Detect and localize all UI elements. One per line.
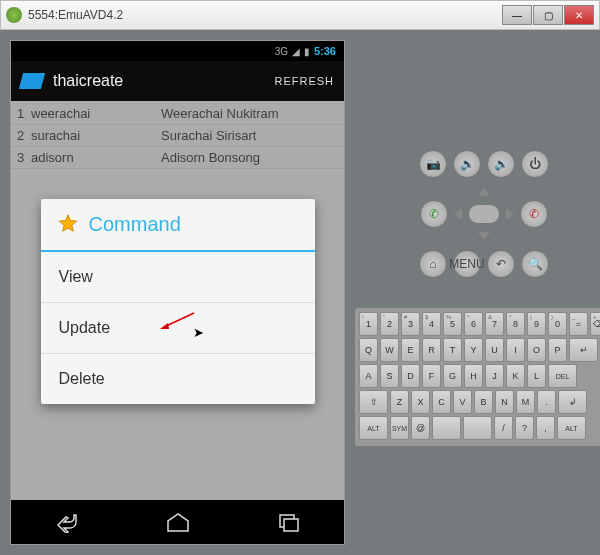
hw-volume-down-button[interactable]: 🔉 (453, 150, 481, 178)
hw-keyboard: !1"2#3$4%5^6&7*8(9)0_=+⌫ QWERTYUIOP↵ ASD… (355, 308, 600, 446)
key-U[interactable]: U (485, 338, 504, 362)
key-E[interactable]: E (401, 338, 420, 362)
app-logo-icon (19, 73, 45, 89)
dpad (454, 184, 514, 244)
key-L[interactable]: L (527, 364, 546, 388)
svg-rect-3 (284, 519, 298, 531)
hw-end-call-button[interactable]: ✆ (520, 200, 548, 228)
dpad-down-button[interactable] (478, 232, 490, 240)
key-0[interactable]: )0 (548, 312, 567, 336)
list-area: 1 weerachai Weerachai Nukitram 2 suracha… (11, 101, 344, 501)
signal-icon: ◢ (292, 46, 300, 57)
pointer-arrow-icon (156, 311, 196, 331)
key-5[interactable]: %5 (443, 312, 462, 336)
key-↵[interactable]: ↵ (569, 338, 598, 362)
key-H[interactable]: H (464, 364, 483, 388)
key-6[interactable]: ^6 (464, 312, 483, 336)
hw-search-button[interactable]: 🔍 (521, 250, 549, 278)
key-7[interactable]: &7 (485, 312, 504, 336)
key-B[interactable]: B (474, 390, 493, 414)
key-@[interactable]: @ (411, 416, 430, 440)
key-3[interactable]: #3 (401, 312, 420, 336)
key-I[interactable]: I (506, 338, 525, 362)
key-K[interactable]: K (506, 364, 525, 388)
key-/[interactable]: / (494, 416, 513, 440)
hw-camera-button[interactable]: 📷 (419, 150, 447, 178)
key-N[interactable]: N (495, 390, 514, 414)
key-G[interactable]: G (443, 364, 462, 388)
dpad-center-button[interactable] (468, 204, 500, 224)
key-⇧[interactable]: ⇧ (359, 390, 388, 414)
star-icon (57, 213, 79, 235)
key-J[interactable]: J (485, 364, 504, 388)
key-?[interactable]: ? (515, 416, 534, 440)
hw-back-button[interactable]: ↶ (487, 250, 515, 278)
key-space[interactable] (463, 416, 492, 440)
key-S[interactable]: S (380, 364, 399, 388)
key-ALT[interactable]: ALT (557, 416, 586, 440)
refresh-button[interactable]: REFRESH (274, 75, 334, 87)
recent-nav-icon[interactable] (274, 511, 304, 533)
nav-bar (11, 500, 344, 544)
hw-volume-up-button[interactable]: 🔊 (487, 150, 515, 178)
dpad-up-button[interactable] (478, 188, 490, 196)
key-.[interactable]: . (537, 390, 556, 414)
dialog-item-view[interactable]: View (41, 252, 315, 303)
command-dialog: Command View Update ➤ Delete (41, 199, 315, 404)
key-R[interactable]: R (422, 338, 441, 362)
dialog-overlay[interactable]: Command View Update ➤ Delete (11, 101, 344, 501)
dialog-item-update[interactable]: Update ➤ (41, 303, 315, 354)
back-nav-icon[interactable] (52, 511, 82, 533)
home-nav-icon[interactable] (163, 511, 193, 533)
key-O[interactable]: O (527, 338, 546, 362)
key-ALT[interactable]: ALT (359, 416, 388, 440)
svg-line-0 (164, 313, 194, 327)
cursor-icon: ➤ (193, 325, 204, 340)
key-↲[interactable]: ↲ (558, 390, 587, 414)
key-P[interactable]: P (548, 338, 567, 362)
key-X[interactable]: X (411, 390, 430, 414)
key-9[interactable]: (9 (527, 312, 546, 336)
key-,[interactable]: , (536, 416, 555, 440)
key-=[interactable]: _= (569, 312, 588, 336)
maximize-button[interactable]: ▢ (533, 5, 563, 25)
key-A[interactable]: A (359, 364, 378, 388)
key-T[interactable]: T (443, 338, 462, 362)
key-C[interactable]: C (432, 390, 451, 414)
dpad-left-button[interactable] (454, 208, 462, 220)
hw-call-button[interactable]: ✆ (420, 200, 448, 228)
key-Y[interactable]: Y (464, 338, 483, 362)
svg-marker-1 (160, 323, 169, 329)
key-M[interactable]: M (516, 390, 535, 414)
key-Z[interactable]: Z (390, 390, 409, 414)
key-1[interactable]: !1 (359, 312, 378, 336)
key-4[interactable]: $4 (422, 312, 441, 336)
key-DEL[interactable]: DEL (548, 364, 577, 388)
key-8[interactable]: *8 (506, 312, 525, 336)
key-space[interactable] (432, 416, 461, 440)
dialog-item-delete[interactable]: Delete (41, 354, 315, 404)
key-⌫[interactable]: +⌫ (590, 312, 600, 336)
network-icon: 3G (275, 46, 288, 57)
emulator-body: 3G ◢ ▮ 5:36 thaicreate REFRESH 1 weerach… (0, 30, 600, 555)
window-title: 5554:EmuAVD4.2 (28, 8, 502, 22)
key-V[interactable]: V (453, 390, 472, 414)
key-F[interactable]: F (422, 364, 441, 388)
key-D[interactable]: D (401, 364, 420, 388)
hw-power-button[interactable]: ⏻ (521, 150, 549, 178)
dialog-title: Command (89, 213, 181, 236)
key-Q[interactable]: Q (359, 338, 378, 362)
key-SYM[interactable]: SYM (390, 416, 409, 440)
dialog-header: Command (41, 199, 315, 252)
dpad-right-button[interactable] (506, 208, 514, 220)
close-button[interactable]: ✕ (564, 5, 594, 25)
key-W[interactable]: W (380, 338, 399, 362)
minimize-button[interactable]: — (502, 5, 532, 25)
key-2[interactable]: "2 (380, 312, 399, 336)
emulator-controls: 📷 🔉 🔊 ⏻ ✆ ✆ ⌂ MENU ↶ 🔍 (355, 30, 600, 555)
hw-menu-button[interactable]: MENU (453, 250, 481, 278)
battery-icon: ▮ (304, 46, 310, 57)
app-window-icon (6, 7, 22, 23)
action-bar: thaicreate REFRESH (11, 61, 344, 101)
hw-home-button[interactable]: ⌂ (419, 250, 447, 278)
